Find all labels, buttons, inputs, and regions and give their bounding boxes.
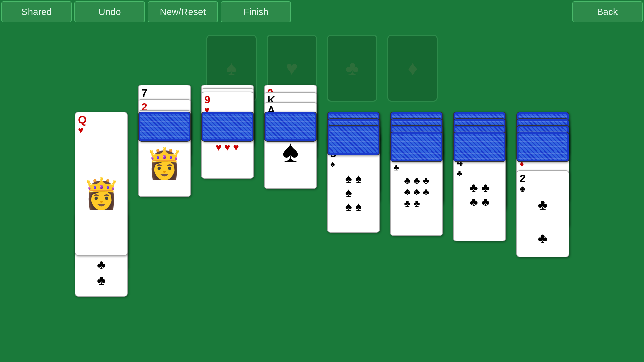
toolbar-spacer xyxy=(292,0,571,24)
card-queen-hearts[interactable]: Q ♥ 👸 xyxy=(75,112,128,256)
card-2-clubs[interactable]: 2 ♣ ♣♣ xyxy=(516,170,569,257)
card-5-spades[interactable]: 5 ♠ ♠ ♠♠♠ ♠ xyxy=(327,145,380,233)
finish-button[interactable]: Finish xyxy=(221,1,291,22)
new-reset-button[interactable]: New/Reset xyxy=(148,1,218,22)
card-back-col8-4 xyxy=(516,132,569,162)
card-back-col2 xyxy=(138,112,191,142)
clubs-foundation[interactable]: ♣ xyxy=(327,35,377,102)
toolbar: Shared Undo New/Reset Finish Back xyxy=(0,0,644,24)
tableau-column-6: K ♠ 👑 4 ♠ ♠ ♠♠ ♠ 8 ♣ ♣ ♣ ♣♣ ♣ ♣♣ ♣ xyxy=(388,112,445,297)
card-back-col3 xyxy=(201,112,254,142)
tableau-column-2: 7 ♣ ♣ ♣ ♣♣ ♣♣ ♣ 2 ♥ ♥♥ Q ♦ 👸 xyxy=(136,112,193,297)
card-back-col6-4 xyxy=(390,132,443,162)
tableau-column-8: A ♥ 3 ♦ ♦♦♦ 2 ♣ ♣♣ xyxy=(514,112,571,297)
card-back-col4 xyxy=(264,112,317,142)
tableau-column-4: 9 ♦ ♦ ♦ ♦♦ ♦ ♦♦ ♦ ♦ K ♣ 👑 A ♠ xyxy=(262,112,319,297)
tableau-column-5: 4 ♦ ♦ ♦♦ ♦ J ♠ 🃏 5 ♠ ♠ ♠♠♠ ♠ xyxy=(325,112,382,297)
tableau-column-7: 10 ♦ ♦ ♦ ♦♦ ♦ ♦♦ ♦ ♦ ♦ 4 ♥ ♥ ♥♥ ♥ 4 ♣ ♣ … xyxy=(451,112,508,297)
tableau-area: Q ♥ 👸 9 ♣ ♣ ♣ ♣♣ ♣ ♣♣ ♣ ♣ 3 ♣ xyxy=(63,112,581,297)
card-4-clubs[interactable]: 4 ♣ ♣ ♣♣ ♣ xyxy=(453,154,506,241)
tableau-column-1: Q ♥ 👸 9 ♣ ♣ ♣ ♣♣ ♣ ♣♣ ♣ ♣ 3 ♣ xyxy=(73,112,130,297)
diamonds-foundation[interactable]: ♦ xyxy=(387,35,438,102)
card-back-col7-4 xyxy=(453,132,506,162)
undo-button[interactable]: Undo xyxy=(74,1,145,22)
back-button[interactable]: Back xyxy=(572,1,643,22)
card-8-clubs[interactable]: 8 ♣ ♣ ♣ ♣♣ ♣ ♣♣ ♣ xyxy=(390,149,443,236)
shared-button[interactable]: Shared xyxy=(1,1,72,22)
tableau-column-3: K ♦ 👑 A ♠ 9 ♥ ♥ ♥ ♥♥ ♥ ♥♥ ♥ ♥ xyxy=(199,112,256,297)
card-back-col5-3 xyxy=(327,125,380,155)
